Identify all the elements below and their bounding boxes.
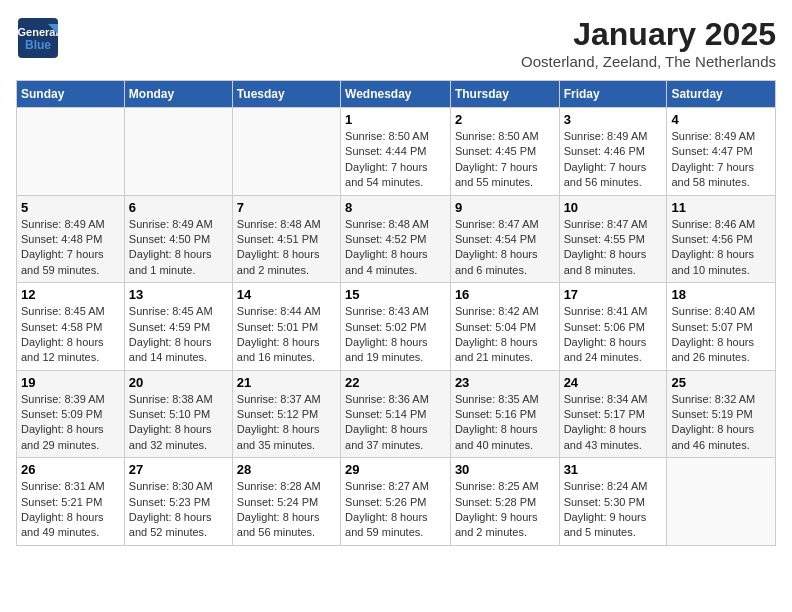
day-info: Sunrise: 8:40 AM Sunset: 5:07 PM Dayligh… <box>671 304 771 366</box>
day-number: 21 <box>237 375 336 390</box>
weekday-header: Monday <box>124 81 232 108</box>
day-number: 19 <box>21 375 120 390</box>
day-info: Sunrise: 8:50 AM Sunset: 4:44 PM Dayligh… <box>345 129 446 191</box>
calendar-week-row: 26Sunrise: 8:31 AM Sunset: 5:21 PM Dayli… <box>17 458 776 546</box>
calendar-cell: 25Sunrise: 8:32 AM Sunset: 5:19 PM Dayli… <box>667 370 776 458</box>
weekday-header: Friday <box>559 81 667 108</box>
calendar-cell: 13Sunrise: 8:45 AM Sunset: 4:59 PM Dayli… <box>124 283 232 371</box>
day-number: 10 <box>564 200 663 215</box>
calendar-cell: 30Sunrise: 8:25 AM Sunset: 5:28 PM Dayli… <box>450 458 559 546</box>
day-number: 12 <box>21 287 120 302</box>
day-number: 14 <box>237 287 336 302</box>
calendar-cell: 29Sunrise: 8:27 AM Sunset: 5:26 PM Dayli… <box>341 458 451 546</box>
day-number: 3 <box>564 112 663 127</box>
calendar-cell <box>124 108 232 196</box>
weekday-header: Tuesday <box>232 81 340 108</box>
calendar-cell: 21Sunrise: 8:37 AM Sunset: 5:12 PM Dayli… <box>232 370 340 458</box>
weekday-header: Sunday <box>17 81 125 108</box>
day-info: Sunrise: 8:49 AM Sunset: 4:48 PM Dayligh… <box>21 217 120 279</box>
day-info: Sunrise: 8:47 AM Sunset: 4:54 PM Dayligh… <box>455 217 555 279</box>
logo-icon: General Blue <box>16 16 60 60</box>
day-info: Sunrise: 8:31 AM Sunset: 5:21 PM Dayligh… <box>21 479 120 541</box>
calendar-cell: 28Sunrise: 8:28 AM Sunset: 5:24 PM Dayli… <box>232 458 340 546</box>
calendar-cell: 11Sunrise: 8:46 AM Sunset: 4:56 PM Dayli… <box>667 195 776 283</box>
day-info: Sunrise: 8:42 AM Sunset: 5:04 PM Dayligh… <box>455 304 555 366</box>
day-info: Sunrise: 8:43 AM Sunset: 5:02 PM Dayligh… <box>345 304 446 366</box>
day-number: 15 <box>345 287 446 302</box>
day-number: 6 <box>129 200 228 215</box>
month-title: January 2025 <box>521 16 776 53</box>
calendar-cell: 26Sunrise: 8:31 AM Sunset: 5:21 PM Dayli… <box>17 458 125 546</box>
day-info: Sunrise: 8:47 AM Sunset: 4:55 PM Dayligh… <box>564 217 663 279</box>
day-info: Sunrise: 8:49 AM Sunset: 4:46 PM Dayligh… <box>564 129 663 191</box>
day-info: Sunrise: 8:50 AM Sunset: 4:45 PM Dayligh… <box>455 129 555 191</box>
day-number: 8 <box>345 200 446 215</box>
day-number: 22 <box>345 375 446 390</box>
calendar-cell <box>17 108 125 196</box>
day-number: 2 <box>455 112 555 127</box>
day-number: 17 <box>564 287 663 302</box>
calendar-cell: 15Sunrise: 8:43 AM Sunset: 5:02 PM Dayli… <box>341 283 451 371</box>
calendar-cell: 12Sunrise: 8:45 AM Sunset: 4:58 PM Dayli… <box>17 283 125 371</box>
calendar-cell <box>667 458 776 546</box>
calendar-week-row: 19Sunrise: 8:39 AM Sunset: 5:09 PM Dayli… <box>17 370 776 458</box>
weekday-header: Wednesday <box>341 81 451 108</box>
day-info: Sunrise: 8:25 AM Sunset: 5:28 PM Dayligh… <box>455 479 555 541</box>
calendar-week-row: 5Sunrise: 8:49 AM Sunset: 4:48 PM Daylig… <box>17 195 776 283</box>
day-info: Sunrise: 8:30 AM Sunset: 5:23 PM Dayligh… <box>129 479 228 541</box>
calendar-header-row: SundayMondayTuesdayWednesdayThursdayFrid… <box>17 81 776 108</box>
day-number: 27 <box>129 462 228 477</box>
day-number: 5 <box>21 200 120 215</box>
day-info: Sunrise: 8:49 AM Sunset: 4:50 PM Dayligh… <box>129 217 228 279</box>
day-number: 28 <box>237 462 336 477</box>
calendar-cell: 8Sunrise: 8:48 AM Sunset: 4:52 PM Daylig… <box>341 195 451 283</box>
day-info: Sunrise: 8:41 AM Sunset: 5:06 PM Dayligh… <box>564 304 663 366</box>
day-number: 26 <box>21 462 120 477</box>
day-number: 24 <box>564 375 663 390</box>
day-info: Sunrise: 8:39 AM Sunset: 5:09 PM Dayligh… <box>21 392 120 454</box>
svg-text:Blue: Blue <box>25 38 51 52</box>
title-block: January 2025 Oosterland, Zeeland, The Ne… <box>521 16 776 70</box>
calendar-cell: 7Sunrise: 8:48 AM Sunset: 4:51 PM Daylig… <box>232 195 340 283</box>
day-number: 20 <box>129 375 228 390</box>
calendar-cell: 31Sunrise: 8:24 AM Sunset: 5:30 PM Dayli… <box>559 458 667 546</box>
day-number: 1 <box>345 112 446 127</box>
day-info: Sunrise: 8:44 AM Sunset: 5:01 PM Dayligh… <box>237 304 336 366</box>
day-info: Sunrise: 8:48 AM Sunset: 4:52 PM Dayligh… <box>345 217 446 279</box>
calendar-cell: 17Sunrise: 8:41 AM Sunset: 5:06 PM Dayli… <box>559 283 667 371</box>
day-info: Sunrise: 8:38 AM Sunset: 5:10 PM Dayligh… <box>129 392 228 454</box>
calendar-cell: 14Sunrise: 8:44 AM Sunset: 5:01 PM Dayli… <box>232 283 340 371</box>
calendar-cell: 23Sunrise: 8:35 AM Sunset: 5:16 PM Dayli… <box>450 370 559 458</box>
day-number: 23 <box>455 375 555 390</box>
calendar-cell: 6Sunrise: 8:49 AM Sunset: 4:50 PM Daylig… <box>124 195 232 283</box>
day-info: Sunrise: 8:24 AM Sunset: 5:30 PM Dayligh… <box>564 479 663 541</box>
day-number: 31 <box>564 462 663 477</box>
day-number: 29 <box>345 462 446 477</box>
page-header: General Blue January 2025 Oosterland, Ze… <box>16 16 776 70</box>
location-title: Oosterland, Zeeland, The Netherlands <box>521 53 776 70</box>
day-info: Sunrise: 8:45 AM Sunset: 4:59 PM Dayligh… <box>129 304 228 366</box>
calendar-cell <box>232 108 340 196</box>
calendar-cell: 16Sunrise: 8:42 AM Sunset: 5:04 PM Dayli… <box>450 283 559 371</box>
calendar-cell: 24Sunrise: 8:34 AM Sunset: 5:17 PM Dayli… <box>559 370 667 458</box>
calendar-cell: 4Sunrise: 8:49 AM Sunset: 4:47 PM Daylig… <box>667 108 776 196</box>
day-number: 9 <box>455 200 555 215</box>
day-info: Sunrise: 8:34 AM Sunset: 5:17 PM Dayligh… <box>564 392 663 454</box>
day-info: Sunrise: 8:28 AM Sunset: 5:24 PM Dayligh… <box>237 479 336 541</box>
calendar-cell: 27Sunrise: 8:30 AM Sunset: 5:23 PM Dayli… <box>124 458 232 546</box>
calendar-table: SundayMondayTuesdayWednesdayThursdayFrid… <box>16 80 776 546</box>
day-info: Sunrise: 8:27 AM Sunset: 5:26 PM Dayligh… <box>345 479 446 541</box>
day-number: 11 <box>671 200 771 215</box>
calendar-cell: 2Sunrise: 8:50 AM Sunset: 4:45 PM Daylig… <box>450 108 559 196</box>
calendar-cell: 22Sunrise: 8:36 AM Sunset: 5:14 PM Dayli… <box>341 370 451 458</box>
day-number: 25 <box>671 375 771 390</box>
calendar-week-row: 12Sunrise: 8:45 AM Sunset: 4:58 PM Dayli… <box>17 283 776 371</box>
weekday-header: Thursday <box>450 81 559 108</box>
calendar-cell: 9Sunrise: 8:47 AM Sunset: 4:54 PM Daylig… <box>450 195 559 283</box>
calendar-cell: 1Sunrise: 8:50 AM Sunset: 4:44 PM Daylig… <box>341 108 451 196</box>
day-number: 16 <box>455 287 555 302</box>
calendar-cell: 3Sunrise: 8:49 AM Sunset: 4:46 PM Daylig… <box>559 108 667 196</box>
day-number: 7 <box>237 200 336 215</box>
day-number: 13 <box>129 287 228 302</box>
day-info: Sunrise: 8:35 AM Sunset: 5:16 PM Dayligh… <box>455 392 555 454</box>
